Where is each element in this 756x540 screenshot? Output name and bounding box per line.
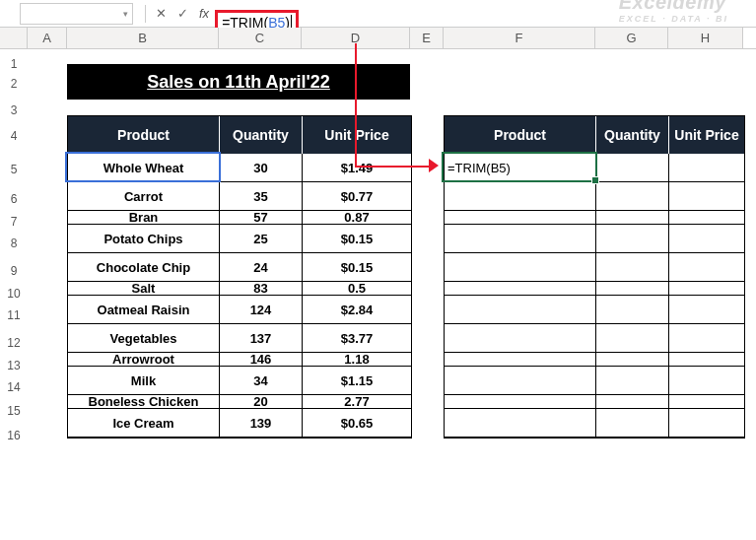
cell[interactable]: 124: [220, 296, 303, 324]
cell[interactable]: 34: [220, 367, 303, 395]
cell[interactable]: 57: [220, 211, 303, 225]
cell[interactable]: Oatmeal Raisin: [68, 296, 220, 324]
cell[interactable]: [445, 296, 596, 324]
cell[interactable]: 1.18: [303, 353, 411, 367]
row-header-4[interactable]: 4: [0, 129, 28, 143]
col-header-H[interactable]: H: [668, 28, 743, 48]
row-header-9[interactable]: 9: [0, 264, 28, 278]
cell[interactable]: Arrowroot: [68, 353, 220, 367]
cell[interactable]: 25: [220, 225, 303, 253]
cell[interactable]: Carrot: [68, 182, 220, 211]
row-header-6[interactable]: 6: [0, 192, 28, 206]
cell[interactable]: [669, 409, 744, 438]
cell[interactable]: Chocolate Chip: [68, 253, 220, 282]
select-all-corner[interactable]: [0, 28, 28, 48]
cell[interactable]: [596, 367, 669, 395]
cell[interactable]: [669, 182, 744, 211]
col-header-D[interactable]: D: [302, 28, 410, 48]
cell[interactable]: $0.15: [303, 253, 411, 282]
col-header-C[interactable]: C: [219, 28, 302, 48]
cell[interactable]: [669, 367, 744, 395]
cell[interactable]: [596, 324, 669, 353]
cancel-icon[interactable]: ✕: [150, 6, 172, 21]
cell[interactable]: [669, 225, 744, 253]
row-header-2[interactable]: 2: [0, 77, 28, 91]
cell[interactable]: Salt: [68, 282, 220, 296]
fx-icon[interactable]: fx: [199, 6, 209, 21]
cell[interactable]: [596, 211, 669, 225]
row-header-8[interactable]: 8: [0, 236, 28, 250]
cell[interactable]: [445, 395, 596, 409]
cell[interactable]: Whole Wheat: [68, 154, 220, 182]
name-box[interactable]: [20, 3, 133, 25]
col-header-G[interactable]: G: [595, 28, 668, 48]
cell[interactable]: 83: [220, 282, 303, 296]
row-header-7[interactable]: 7: [0, 215, 28, 229]
cell[interactable]: [669, 353, 744, 367]
cell[interactable]: 0.5: [303, 282, 411, 296]
cell[interactable]: Milk: [68, 367, 220, 395]
cell[interactable]: 0.87: [303, 211, 411, 225]
cell[interactable]: Ice Cream: [68, 409, 220, 438]
cell[interactable]: Vegetables: [68, 324, 220, 353]
cell[interactable]: $0.15: [303, 225, 411, 253]
row-header-3[interactable]: 3: [0, 103, 28, 117]
cell[interactable]: [596, 296, 669, 324]
cell[interactable]: [445, 367, 596, 395]
cell[interactable]: $0.77: [303, 182, 411, 211]
row-header-12[interactable]: 12: [0, 336, 28, 350]
cell[interactable]: 2.77: [303, 395, 411, 409]
cell[interactable]: Potato Chips: [68, 225, 220, 253]
cell[interactable]: [596, 182, 669, 211]
cell[interactable]: [445, 409, 596, 438]
cell[interactable]: $1.15: [303, 367, 411, 395]
cell[interactable]: [669, 324, 744, 353]
cell[interactable]: Bran: [68, 211, 220, 225]
cell[interactable]: [669, 395, 744, 409]
cell[interactable]: [445, 353, 596, 367]
cell[interactable]: [669, 253, 744, 282]
col-header-B[interactable]: B: [67, 28, 219, 48]
cell[interactable]: $0.65: [303, 409, 411, 438]
cell[interactable]: [445, 253, 596, 282]
cell[interactable]: [445, 282, 596, 296]
row-header-1[interactable]: 1: [0, 57, 28, 71]
enter-icon[interactable]: ✓: [172, 6, 193, 21]
cell[interactable]: $3.77: [303, 324, 411, 353]
cell[interactable]: [445, 324, 596, 353]
cell[interactable]: 24: [220, 253, 303, 282]
cell[interactable]: 146: [220, 353, 303, 367]
cell[interactable]: $1.49: [303, 154, 411, 182]
row-header-5[interactable]: 5: [0, 163, 28, 176]
cell[interactable]: [445, 182, 596, 211]
row-header-16[interactable]: 16: [0, 429, 28, 442]
cell[interactable]: [596, 253, 669, 282]
cell[interactable]: [669, 296, 744, 324]
row-header-10[interactable]: 10: [0, 287, 28, 301]
cell[interactable]: [596, 395, 669, 409]
cell[interactable]: [445, 211, 596, 225]
cell[interactable]: 139: [220, 409, 303, 438]
col-header-F[interactable]: F: [444, 28, 595, 48]
row-header-13[interactable]: 13: [0, 359, 28, 372]
cell[interactable]: 20: [220, 395, 303, 409]
cell[interactable]: [596, 282, 669, 296]
cell[interactable]: 35: [220, 182, 303, 211]
col-header-E[interactable]: E: [410, 28, 444, 48]
cell[interactable]: 30: [220, 154, 303, 182]
spreadsheet-grid[interactable]: A B C D E F G H 1 2 3 4 5 6 7 8 9 10 11 …: [0, 28, 756, 49]
cell[interactable]: Boneless Chicken: [68, 395, 220, 409]
cell[interactable]: [669, 154, 744, 182]
cell[interactable]: [669, 282, 744, 296]
row-header-11[interactable]: 11: [0, 308, 28, 322]
cell[interactable]: [669, 211, 744, 225]
cell[interactable]: [596, 353, 669, 367]
cell[interactable]: [596, 225, 669, 253]
cell[interactable]: [445, 225, 596, 253]
row-header-15[interactable]: 15: [0, 404, 28, 418]
row-header-14[interactable]: 14: [0, 380, 28, 394]
cell[interactable]: [596, 409, 669, 438]
cell-F5-active[interactable]: =TRIM(B5): [445, 154, 596, 182]
cell[interactable]: 137: [220, 324, 303, 353]
cell[interactable]: [596, 154, 669, 182]
